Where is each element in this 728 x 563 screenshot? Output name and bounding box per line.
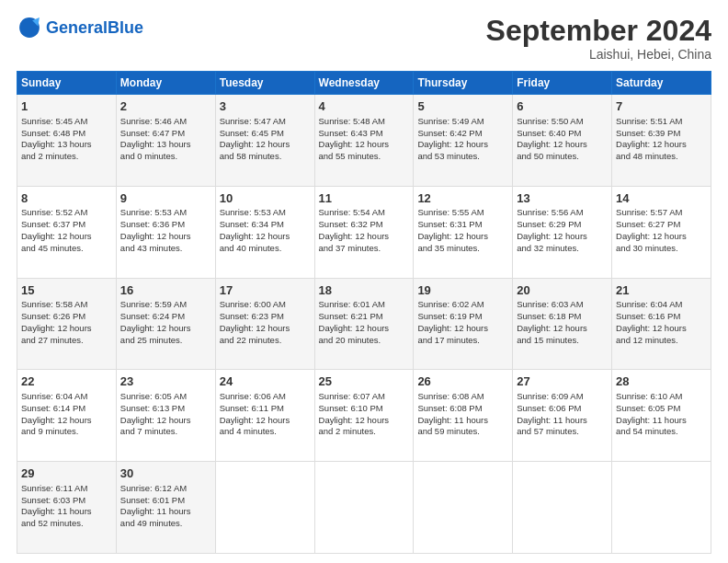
table-row: 5Sunrise: 5:49 AMSunset: 6:42 PMDaylight…	[414, 95, 513, 187]
table-row: 30Sunrise: 6:12 AMSunset: 6:01 PMDayligh…	[116, 462, 215, 554]
day-number: 10	[220, 190, 311, 207]
sunrise: Sunrise: 5:48 AM	[319, 116, 385, 126]
sunrise: Sunrise: 6:04 AM	[616, 299, 682, 309]
sunrise: Sunrise: 6:06 AM	[220, 391, 286, 401]
calendar-row: 1Sunrise: 5:45 AMSunset: 6:48 PMDaylight…	[17, 95, 711, 187]
sunset: Sunset: 6:14 PM	[21, 403, 85, 413]
sunset: Sunset: 6:10 PM	[319, 403, 383, 413]
sunset: Sunset: 6:37 PM	[21, 219, 85, 229]
location: Laishui, Hebei, China	[486, 47, 711, 62]
sunrise: Sunrise: 6:12 AM	[120, 483, 187, 493]
daylight-label: Daylight: 11 hours	[120, 506, 191, 516]
sunset: Sunset: 6:18 PM	[517, 311, 581, 321]
sunrise: Sunrise: 5:49 AM	[417, 116, 483, 126]
sunrise: Sunrise: 6:07 AM	[319, 391, 385, 401]
daylight-label: Daylight: 12 hours	[21, 415, 92, 425]
daylight-label: Daylight: 12 hours	[319, 415, 390, 425]
sunrise: Sunrise: 6:10 AM	[616, 391, 682, 401]
table-row: 20Sunrise: 6:03 AMSunset: 6:18 PMDayligh…	[513, 278, 612, 370]
day-number: 27	[517, 373, 608, 390]
sunset: Sunset: 6:03 PM	[21, 495, 85, 505]
sunset: Sunset: 6:31 PM	[417, 219, 482, 229]
sunset: Sunset: 6:40 PM	[517, 128, 581, 138]
daylight-minutes: and 49 minutes.	[120, 518, 183, 528]
logo-text: GeneralBlue	[46, 19, 143, 36]
sunrise: Sunrise: 5:53 AM	[220, 207, 286, 217]
calendar-row: 15Sunrise: 5:58 AMSunset: 6:26 PMDayligh…	[17, 278, 711, 370]
daylight-label: Daylight: 12 hours	[319, 139, 390, 149]
daylight-label: Daylight: 12 hours	[319, 323, 390, 333]
sunset: Sunset: 6:34 PM	[220, 219, 284, 229]
col-friday: Friday	[513, 72, 612, 95]
header: GeneralBlue September 2024 Laishui, Hebe…	[17, 15, 711, 62]
daylight-label: Daylight: 12 hours	[220, 415, 290, 425]
sunrise: Sunrise: 6:03 AM	[517, 299, 583, 309]
daylight-label: Daylight: 11 hours	[417, 415, 488, 425]
daylight-minutes: and 53 minutes.	[417, 151, 480, 161]
table-row: 16Sunrise: 5:59 AMSunset: 6:24 PMDayligh…	[116, 278, 215, 370]
table-row: 13Sunrise: 5:56 AMSunset: 6:29 PMDayligh…	[513, 186, 612, 278]
table-row: 4Sunrise: 5:48 AMSunset: 6:43 PMDaylight…	[314, 95, 414, 187]
day-number: 4	[319, 98, 410, 115]
daylight-label: Daylight: 12 hours	[517, 323, 587, 333]
table-row: 22Sunrise: 6:04 AMSunset: 6:14 PMDayligh…	[17, 370, 117, 462]
sunrise: Sunrise: 6:01 AM	[319, 299, 385, 309]
sunrise: Sunrise: 6:02 AM	[417, 299, 483, 309]
daylight-label: Daylight: 13 hours	[21, 139, 92, 149]
sunrise: Sunrise: 6:11 AM	[21, 483, 87, 493]
sunrise: Sunrise: 5:53 AM	[120, 207, 187, 217]
daylight-label: Daylight: 13 hours	[120, 139, 191, 149]
table-row: 15Sunrise: 5:58 AMSunset: 6:26 PMDayligh…	[17, 278, 117, 370]
sunset: Sunset: 6:24 PM	[120, 311, 185, 321]
table-row	[414, 462, 513, 554]
daylight-label: Daylight: 12 hours	[319, 231, 390, 241]
table-row: 3Sunrise: 5:47 AMSunset: 6:45 PMDaylight…	[215, 95, 314, 187]
daylight-minutes: and 20 minutes.	[319, 335, 381, 345]
table-row: 27Sunrise: 6:09 AMSunset: 6:06 PMDayligh…	[513, 370, 612, 462]
sunrise: Sunrise: 6:09 AM	[517, 391, 583, 401]
daylight-minutes: and 27 minutes.	[21, 335, 84, 345]
day-number: 26	[417, 373, 508, 390]
sunset: Sunset: 6:11 PM	[220, 403, 284, 413]
daylight-minutes: and 37 minutes.	[319, 243, 381, 253]
daylight-minutes: and 25 minutes.	[120, 335, 183, 345]
daylight-minutes: and 9 minutes.	[21, 426, 78, 436]
title-block: September 2024 Laishui, Hebei, China	[486, 15, 711, 62]
table-row	[314, 462, 414, 554]
day-number: 23	[120, 373, 211, 390]
col-thursday: Thursday	[414, 72, 513, 95]
sunset: Sunset: 6:29 PM	[517, 219, 581, 229]
table-row: 10Sunrise: 5:53 AMSunset: 6:34 PMDayligh…	[215, 186, 314, 278]
table-row: 9Sunrise: 5:53 AMSunset: 6:36 PMDaylight…	[116, 186, 215, 278]
sunset: Sunset: 6:27 PM	[616, 219, 680, 229]
daylight-minutes: and 52 minutes.	[21, 518, 84, 528]
daylight-minutes: and 48 minutes.	[616, 151, 678, 161]
day-number: 1	[21, 98, 112, 115]
sunset: Sunset: 6:13 PM	[120, 403, 185, 413]
sunrise: Sunrise: 5:45 AM	[21, 116, 87, 126]
table-row: 21Sunrise: 6:04 AMSunset: 6:16 PMDayligh…	[612, 278, 711, 370]
daylight-label: Daylight: 12 hours	[616, 323, 687, 333]
daylight-minutes: and 50 minutes.	[517, 151, 579, 161]
sunset: Sunset: 6:23 PM	[220, 311, 284, 321]
daylight-minutes: and 2 minutes.	[21, 151, 78, 161]
day-number: 6	[517, 98, 608, 115]
daylight-minutes: and 55 minutes.	[319, 151, 381, 161]
sunset: Sunset: 6:08 PM	[417, 403, 482, 413]
daylight-label: Daylight: 12 hours	[21, 231, 92, 241]
daylight-label: Daylight: 12 hours	[417, 231, 488, 241]
day-number: 19	[417, 282, 508, 299]
sunrise: Sunrise: 6:05 AM	[120, 391, 187, 401]
page: GeneralBlue September 2024 Laishui, Hebe…	[0, 0, 728, 563]
daylight-label: Daylight: 12 hours	[120, 231, 191, 241]
day-number: 13	[517, 190, 608, 207]
daylight-label: Daylight: 12 hours	[120, 323, 191, 333]
table-row: 19Sunrise: 6:02 AMSunset: 6:19 PMDayligh…	[414, 278, 513, 370]
daylight-label: Daylight: 11 hours	[21, 506, 92, 516]
table-row: 6Sunrise: 5:50 AMSunset: 6:40 PMDaylight…	[513, 95, 612, 187]
col-wednesday: Wednesday	[314, 72, 414, 95]
sunrise: Sunrise: 5:52 AM	[21, 207, 87, 217]
daylight-minutes: and 12 minutes.	[616, 335, 678, 345]
col-tuesday: Tuesday	[215, 72, 314, 95]
daylight-minutes: and 40 minutes.	[220, 243, 282, 253]
